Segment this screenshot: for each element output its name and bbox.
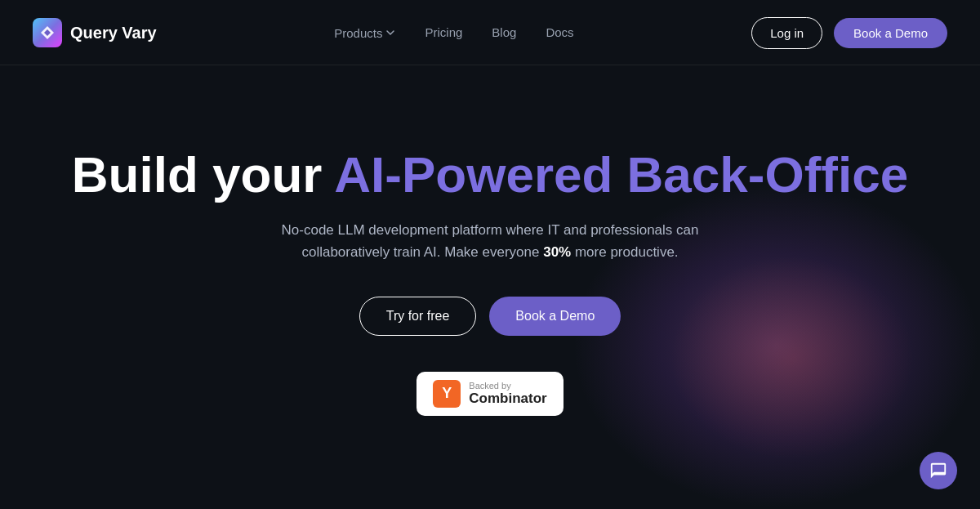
- nav-actions: Log in Book a Demo: [751, 17, 947, 49]
- hero-subtitle-bold: 30%: [543, 244, 571, 260]
- hero-section: Build your AI-Powered Back-Office No-cod…: [0, 65, 980, 416]
- yc-backed-by: Backed by: [469, 381, 510, 391]
- cta-buttons: Try for free Book a Demo: [359, 297, 621, 336]
- hero-subtitle-part2: more productive.: [571, 244, 678, 260]
- book-demo-hero-button[interactable]: Book a Demo: [489, 297, 621, 336]
- nav-blog-link[interactable]: Blog: [492, 25, 516, 39]
- logo-text: Query Vary: [70, 24, 157, 42]
- login-button[interactable]: Log in: [751, 17, 822, 49]
- book-demo-nav-button[interactable]: Book a Demo: [834, 18, 947, 48]
- logo-icon: [33, 18, 62, 47]
- yc-logo: Y: [433, 380, 461, 408]
- nav-links: Products Pricing Blog Docs: [334, 25, 573, 40]
- chevron-down-icon: [385, 28, 395, 38]
- nav-divider: [0, 65, 980, 65]
- nav-docs-link[interactable]: Docs: [546, 25, 573, 39]
- hero-title: Build your AI-Powered Back-Office: [72, 147, 908, 203]
- yc-name: Combinator: [469, 391, 546, 407]
- logo-link[interactable]: Query Vary: [33, 18, 157, 47]
- nav-pricing-link[interactable]: Pricing: [425, 25, 462, 39]
- chat-bubble-button[interactable]: [920, 452, 957, 489]
- nav-products-dropdown[interactable]: Products: [334, 26, 395, 40]
- try-free-button[interactable]: Try for free: [359, 297, 477, 336]
- hero-title-part1: Build your: [72, 146, 334, 203]
- yc-badge: Y Backed by Combinator: [416, 372, 563, 416]
- yc-text-group: Backed by Combinator: [469, 381, 546, 407]
- navbar: Query Vary Products Pricing Blog Docs Lo…: [0, 0, 980, 65]
- hero-title-highlight: AI-Powered Back-Office: [334, 146, 908, 203]
- chat-icon: [929, 462, 947, 480]
- hero-subtitle: No-code LLM development platform where I…: [237, 219, 743, 263]
